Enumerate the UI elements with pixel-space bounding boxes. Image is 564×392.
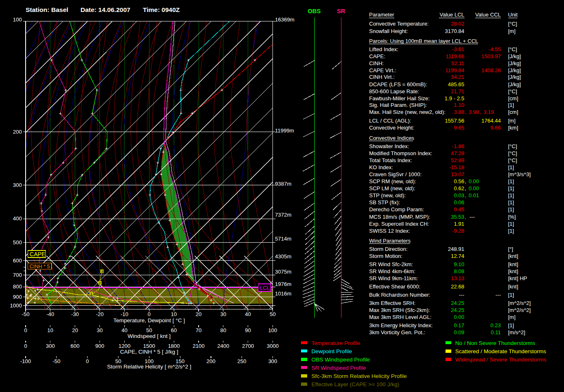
svg-text:Derecho Comp Param:: Derecho Comp Param:	[369, 206, 424, 213]
svg-text:[J/kg]: [J/kg]	[508, 60, 521, 66]
svg-text:700: 700	[13, 272, 22, 278]
svg-text:200: 200	[13, 129, 22, 135]
svg-text:0.23: 0.23	[491, 322, 501, 328]
svg-text:CINH * 5: CINH * 5	[30, 264, 50, 269]
svg-text:Station: Basel: Station: Basel	[26, 6, 68, 13]
svg-text:0.45: 0.45	[454, 206, 464, 213]
svg-text:[J/kg]: [J/kg]	[508, 67, 521, 73]
svg-text:Storm Motion:: Storm Motion:	[369, 253, 403, 259]
svg-text:Date: 14.06.2007: Date: 14.06.2007	[81, 6, 130, 13]
svg-text:[J/kg]: [J/kg]	[508, 81, 521, 87]
svg-text:30: 30	[220, 311, 226, 317]
svg-text:13.13: 13.13	[451, 275, 464, 281]
svg-text:SCP LM (new, old):: SCP LM (new, old):	[369, 185, 415, 191]
svg-text:SB STP (fix):: SB STP (fix):	[369, 199, 400, 205]
svg-text:CINH:: CINH:	[369, 60, 384, 66]
svg-text:800: 800	[13, 283, 22, 290]
svg-text:24.25: 24.25	[451, 300, 464, 306]
svg-text:[1]: [1]	[508, 178, 514, 184]
svg-text:Storm Relative Helicity [ m^2: Storm Relative Helicity [ m^2/s^2 ]	[107, 364, 191, 370]
svg-text:-50: -50	[22, 311, 30, 317]
svg-text:,: ,	[480, 109, 481, 115]
svg-text:[1]: [1]	[508, 199, 514, 205]
svg-text:,: ,	[465, 109, 467, 115]
svg-text:3km Effective SRH:: 3km Effective SRH:	[369, 300, 415, 306]
svg-text:40: 40	[121, 327, 127, 333]
svg-text:[J/kg]: [J/kg]	[508, 53, 521, 59]
svg-text:0.01: 0.01	[469, 192, 479, 198]
svg-text:3km Energy Helicity Index:: 3km Energy Helicity Index:	[369, 322, 433, 328]
svg-text:,: ,	[465, 214, 467, 220]
svg-text:1000: 1000	[10, 302, 22, 309]
svg-text:SWISS 12 Index:: SWISS 12 Index:	[369, 228, 410, 234]
svg-text:Craven SigSvr / 1000:: Craven SigSvr / 1000:	[369, 171, 422, 177]
svg-text:-50: -50	[52, 358, 60, 364]
svg-text:[°C]: [°C]	[508, 143, 517, 149]
svg-text:Convective Height:: Convective Height:	[369, 125, 414, 131]
svg-text:12.74: 12.74	[451, 253, 464, 259]
svg-text:LCL: LCL	[260, 285, 270, 291]
svg-text:KO Index:: KO Index:	[369, 164, 393, 170]
svg-text:OBS Windspeed Profile: OBS Windspeed Profile	[311, 357, 370, 363]
svg-text:,: ,	[465, 192, 467, 198]
svg-text:---: ---	[495, 292, 501, 298]
svg-text:Sig. Hail Param. (SHIP):: Sig. Hail Param. (SHIP):	[369, 102, 427, 108]
svg-text:Max 3km SRH (Sfc-2km):: Max 3km SRH (Sfc-2km):	[369, 307, 430, 313]
svg-text:50: 50	[270, 311, 275, 317]
svg-text:SR Wind 9km-11km:: SR Wind 9km-11km:	[369, 275, 418, 281]
svg-text:[km]: [km]	[508, 125, 519, 131]
svg-text:[J/kg]: [J/kg]	[508, 74, 521, 80]
svg-text:0: 0	[24, 343, 27, 349]
svg-text:52.11: 52.11	[451, 60, 464, 66]
svg-text:1.9 - 2.5: 1.9 - 2.5	[445, 95, 464, 102]
svg-text:1408.26: 1408.26	[481, 67, 501, 73]
svg-text:[°]: [°]	[508, 246, 513, 252]
svg-text:[°C]: [°C]	[508, 88, 517, 94]
svg-text:CAPE:: CAPE:	[369, 53, 385, 59]
svg-text:3170.84: 3170.84	[445, 28, 464, 34]
svg-text:400: 400	[13, 215, 22, 222]
svg-text:10: 10	[171, 311, 177, 317]
svg-text:Bulk Richardson Number:: Bulk Richardson Number:	[369, 292, 430, 298]
svg-text:0.03: 0.03	[454, 192, 464, 198]
svg-text:[1]: [1]	[508, 221, 514, 227]
svg-text:[1]: [1]	[508, 164, 514, 170]
svg-text:3.88: 3.88	[454, 109, 464, 115]
svg-text:52.89: 52.89	[451, 157, 464, 163]
svg-text:35.53: 35.53	[451, 214, 464, 220]
svg-text:[m]: [m]	[508, 314, 516, 320]
svg-text:22.68: 22.68	[451, 283, 464, 290]
svg-text:Temperature Profile: Temperature Profile	[311, 340, 360, 346]
svg-text:3000: 3000	[267, 343, 279, 349]
svg-text:20: 20	[196, 311, 201, 317]
svg-text:7372m: 7372m	[275, 212, 291, 218]
svg-text:---: ---	[469, 214, 475, 220]
svg-text:0.00: 0.00	[454, 314, 464, 320]
svg-text:[m^2/s^2]: [m^2/s^2]	[508, 300, 531, 306]
svg-text:-20: -20	[96, 311, 104, 317]
svg-text:34.21: 34.21	[451, 74, 464, 80]
svg-text:0: 0	[148, 311, 151, 317]
svg-text:0.00: 0.00	[469, 178, 479, 184]
svg-text:-15.18: -15.18	[449, 164, 464, 170]
svg-text:90: 90	[245, 327, 251, 333]
svg-text:30: 30	[97, 327, 102, 333]
svg-text:Convective Temperature:: Convective Temperature:	[369, 21, 429, 27]
svg-text:3km Vorticity Gen. Pot.:: 3km Vorticity Gen. Pot.:	[369, 329, 425, 335]
svg-text:250: 250	[237, 358, 246, 364]
svg-text:SR Windspeed Profile: SR Windspeed Profile	[311, 365, 366, 371]
svg-text:1: 1	[90, 292, 92, 296]
svg-text:SCP RM (new, old):: SCP RM (new, old):	[369, 178, 416, 184]
svg-text:[°C]: [°C]	[508, 157, 517, 163]
svg-text:1016m: 1016m	[275, 290, 291, 297]
svg-text:Parcels: Using 100mB mean laye: Parcels: Using 100mB mean layer LCL + CC…	[369, 38, 478, 44]
svg-text:1557.56: 1557.56	[445, 118, 464, 124]
svg-text:2: 2	[99, 281, 101, 285]
svg-text:No / Non Severe Thunderstorms: No / Non Severe Thunderstorms	[455, 340, 535, 346]
svg-text:16369m: 16369m	[275, 17, 294, 23]
svg-text:[1]: [1]	[508, 228, 514, 234]
svg-text:[1]: [1]	[508, 206, 514, 213]
svg-text:Scattered / Moderate Thunderst: Scattered / Moderate Thunderstorms	[455, 348, 546, 354]
svg-text:Temperature, Dewpoint [ °C ]: Temperature, Dewpoint [ °C ]	[113, 317, 185, 324]
svg-text:3: 3	[101, 269, 103, 274]
